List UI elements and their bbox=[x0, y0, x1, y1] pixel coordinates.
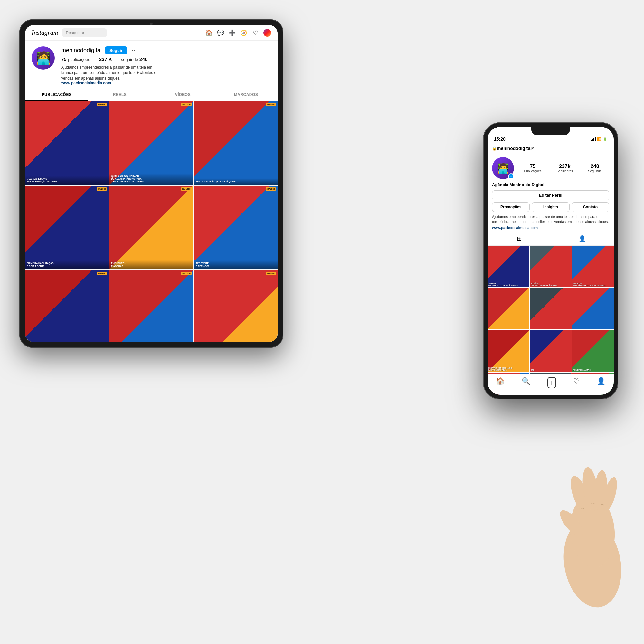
phone-username: meninododigital bbox=[497, 146, 532, 151]
tab-reels[interactable]: REELS bbox=[88, 89, 151, 101]
phone-tab-tagged[interactable]: 👤 bbox=[551, 232, 614, 245]
nav-add-icon[interactable]: + bbox=[547, 377, 556, 388]
phone-followers-stat: 237k Seguidores bbox=[557, 164, 573, 173]
avatar-emoji: 🧑‍💻 bbox=[36, 51, 51, 65]
nav-heart-icon[interactable]: ♡ bbox=[573, 377, 580, 388]
messages-icon[interactable]: 💬 bbox=[217, 29, 224, 36]
instagram-header: Instagram Pesquisar 🏠 💬 ➕ 🧭 ♡ bbox=[25, 25, 278, 41]
post-item[interactable]: SUA LOGO SAGUE SEU FGTS! bbox=[25, 270, 109, 342]
phone-post-item[interactable]: NO INÍCIOter medo de dirigir é normal. bbox=[530, 246, 571, 287]
post-text: PNEU FUROUe agora? bbox=[111, 262, 191, 268]
chevron-icon: ∨ bbox=[532, 147, 534, 150]
search-placeholder: Pesquisar bbox=[66, 30, 84, 35]
phone-profile-row: 🧑‍💻 + 75 Publicações 237k Seguidores 240… bbox=[488, 154, 614, 182]
phone-avatar: 🧑‍💻 + bbox=[492, 157, 514, 179]
nav-profile-icon[interactable]: 👤 bbox=[597, 377, 605, 388]
posts-grid: SUA LOGO QUAIS AS ETAPASpara obtenção da… bbox=[25, 101, 278, 342]
tablet-camera bbox=[150, 23, 153, 25]
username: meninododigital bbox=[61, 47, 102, 54]
following-count: 240 bbox=[139, 56, 147, 62]
signal-icon bbox=[591, 137, 596, 141]
menu-icon[interactable]: ≡ bbox=[606, 145, 609, 152]
phone-post-item[interactable] bbox=[530, 288, 571, 329]
profile-section: 🧑‍💻 meninododigital Seguir ··· 75 public… bbox=[25, 41, 278, 89]
phone-tab-grid[interactable]: ⊞ bbox=[488, 232, 551, 245]
following-label: seguindo bbox=[121, 57, 138, 62]
add-icon[interactable]: ➕ bbox=[229, 29, 236, 36]
post-item[interactable]: SUA LOGO PRATICIDADE É O QUE VOCÊ QUER? bbox=[194, 101, 278, 185]
phone-post-item[interactable] bbox=[572, 288, 614, 329]
promotions-button[interactable]: Promoções bbox=[492, 202, 530, 212]
phone-bottom-nav: 🏠 🔍 + ♡ 👤 bbox=[488, 374, 614, 395]
search-field[interactable]: Pesquisar bbox=[62, 28, 107, 37]
post-badge: SUA LOGO bbox=[97, 187, 107, 191]
post-overlay: PNEU FUROUe agora? bbox=[109, 260, 193, 269]
phone-post-label: PREPARAMOS NOSSO ALUNOpara trânsito real… bbox=[488, 367, 512, 371]
header-icons: 🏠 💬 ➕ 🧭 ♡ bbox=[205, 29, 271, 37]
phone-post-item[interactable]: 6 MOTIVOSpara não usar o Celular dirigin… bbox=[572, 246, 614, 287]
post-item[interactable]: SUA LOGO TEM HORASque o preço acelerou. bbox=[109, 270, 193, 342]
more-button[interactable]: ··· bbox=[130, 47, 135, 54]
phone-screen: 15:20 📶 🔋 🔒 meninododigital ∨ bbox=[488, 127, 614, 395]
battery-icon: 🔋 bbox=[603, 137, 607, 141]
phone-post-label: GPS bbox=[531, 369, 534, 371]
phone-post-item[interactable]: PEIA DIREITA, jamais! bbox=[572, 330, 614, 372]
phone-followers-label: Seguidores bbox=[557, 169, 573, 173]
post-item[interactable]: SUA LOGO QUAIS AS ETAPASpara obtenção da… bbox=[25, 101, 109, 185]
phone-followers-count: 237k bbox=[557, 164, 573, 169]
phone-posts-grid: SUA CNHmais perto do que você imagina. N… bbox=[488, 246, 614, 395]
avatar: 🧑‍💻 bbox=[32, 46, 55, 70]
phone-link[interactable]: www.packsocialmedia.com bbox=[488, 226, 614, 232]
nav-search-icon[interactable]: 🔍 bbox=[522, 377, 530, 388]
home-icon[interactable]: 🏠 bbox=[205, 29, 213, 36]
bio-text: Ajudamos empreendedores a passar de uma … bbox=[61, 65, 164, 81]
tab-videos[interactable]: VÍDEOS bbox=[151, 89, 214, 101]
post-badge: SUA LOGO bbox=[266, 272, 276, 275]
profile-link[interactable]: www.packsocialmedia.com bbox=[61, 81, 271, 85]
phone-time: 15:20 bbox=[494, 137, 506, 142]
phone-avatar-emoji: 🧑‍💻 bbox=[497, 163, 509, 174]
phone-post-item[interactable]: PREPARAMOS NOSSO ALUNOpara trânsito real… bbox=[488, 330, 529, 372]
post-overlay: QUAL A CARGA HORÁRIAde aulas práticas pa… bbox=[109, 173, 193, 185]
post-item[interactable]: SUA LOGO PNEU FUROUe agora? bbox=[109, 186, 193, 269]
wifi-icon: 📶 bbox=[597, 137, 601, 141]
phone-post-item[interactable] bbox=[488, 288, 529, 329]
post-badge: SUA LOGO bbox=[97, 272, 107, 275]
post-item[interactable]: SUA LOGO QUAL A CARGA HORÁRIAde aulas pr… bbox=[109, 101, 193, 185]
instagram-logo: Instagram bbox=[32, 29, 58, 36]
followers-stat: 237 K bbox=[99, 56, 112, 62]
phone-bio: Ajudamos empreendedores a passar de uma … bbox=[488, 214, 614, 226]
phone-full-name: Agência Menino do Digital bbox=[488, 182, 614, 188]
edit-profile-button[interactable]: Editar Perfil bbox=[492, 190, 609, 200]
post-badge: SUA LOGO bbox=[97, 103, 107, 106]
heart-icon[interactable]: ♡ bbox=[252, 29, 259, 36]
follow-button[interactable]: Seguir bbox=[105, 46, 127, 54]
tab-tagged[interactable]: MARCADOS bbox=[214, 89, 278, 101]
post-overlay: PRATICIDADE É O QUE VOCÊ QUER? bbox=[194, 178, 278, 185]
phone-notch bbox=[531, 127, 570, 135]
tab-publications[interactable]: PUBLICAÇÕES bbox=[25, 89, 88, 101]
post-item[interactable]: SUA LOGO APROVEITEo feriado! bbox=[194, 186, 278, 269]
post-item[interactable]: SUA LOGO SUA ESCOLHAna direção certa! bbox=[194, 270, 278, 342]
phone-grid-tabs: ⊞ 👤 bbox=[488, 232, 614, 246]
profile-icon[interactable] bbox=[263, 29, 271, 37]
following-stat: seguindo 240 bbox=[121, 56, 147, 62]
compass-icon[interactable]: 🧭 bbox=[240, 29, 247, 36]
post-item[interactable]: SUA LOGO PRIMEIRA HABILITAÇÃOé com a gen… bbox=[25, 186, 109, 269]
phone-post-label: SUA CNHmais perto do que você imagina. bbox=[488, 282, 518, 286]
profile-stats: 75 publicações 237 K seguindo 240 bbox=[61, 56, 271, 62]
post-overlay: QUAIS AS ETAPASpara obtenção da CNH? bbox=[25, 176, 109, 185]
avatar-add-button[interactable]: + bbox=[508, 173, 514, 179]
content-tabs: PUBLICAÇÕES REELS VÍDEOS MARCADOS bbox=[25, 89, 278, 101]
contact-button[interactable]: Contato bbox=[572, 202, 609, 212]
phone-post-item[interactable]: GPS bbox=[530, 330, 571, 372]
nav-home-icon[interactable]: 🏠 bbox=[496, 377, 505, 388]
phone-post-item[interactable]: SUA CNHmais perto do que você imagina. bbox=[488, 246, 529, 287]
phone-device: 15:20 📶 🔋 🔒 meninododigital ∨ bbox=[483, 122, 618, 399]
post-text: PRATICIDADE É O QUE VOCÊ QUER? bbox=[196, 180, 276, 183]
username-row: meninododigital Seguir ··· bbox=[61, 46, 271, 54]
insights-button[interactable]: Insights bbox=[532, 202, 569, 212]
publications-stat: 75 publicações bbox=[61, 56, 90, 62]
post-text: APROVEITEo feriado! bbox=[196, 262, 276, 268]
phone-post-label: NO INÍCIOter medo de dirigir é normal. bbox=[531, 282, 558, 286]
